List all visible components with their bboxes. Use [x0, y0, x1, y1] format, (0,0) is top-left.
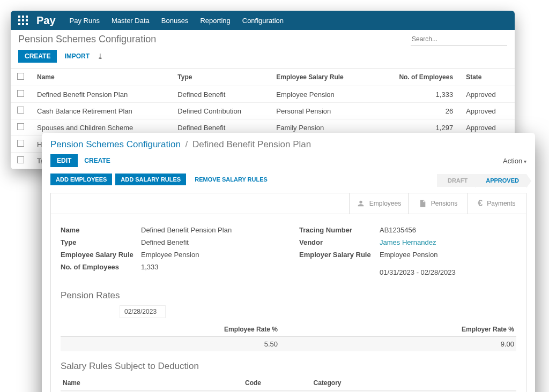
status-approved: APPROVED: [475, 174, 526, 187]
row-checkbox[interactable]: [17, 90, 24, 97]
vendor-link[interactable]: James Hernandez: [380, 238, 436, 246]
period-text: 01/31/2023 - 02/28/2023: [380, 268, 456, 276]
remove-salary-rules-button[interactable]: REMOVE SALARY RULES: [189, 174, 273, 185]
employer-rate-value: 9.00: [299, 340, 514, 348]
status-draft: DRAFT: [437, 174, 475, 187]
import-button[interactable]: IMPORT: [64, 52, 90, 60]
table-row[interactable]: Basic 1000 Basic: [61, 390, 516, 393]
row-checkbox[interactable]: [17, 123, 24, 130]
employee-rate-value: 5.50: [63, 340, 299, 348]
create-button[interactable]: CREATE: [18, 50, 57, 63]
topbar: Pay Pay Runs Master Data Bonuses Reporti…: [11, 11, 515, 30]
employee-rate-header: Employee Rate %: [63, 326, 299, 333]
action-dropdown[interactable]: Action: [503, 157, 526, 165]
nav-reporting[interactable]: Reporting: [200, 17, 230, 25]
nav-master-data[interactable]: Master Data: [112, 17, 150, 25]
tab-payments[interactable]: € Payments: [467, 193, 526, 214]
rules-table: Name Code Category Basic 1000 Basic Basi…: [61, 376, 516, 392]
row-checkbox[interactable]: [17, 156, 24, 163]
select-all-checkbox[interactable]: [17, 73, 24, 80]
pension-rates-title: Pension Rates: [61, 290, 120, 301]
table-row[interactable]: Cash Balance Retirement Plan Defined Con…: [11, 103, 515, 119]
apps-icon[interactable]: [18, 16, 28, 25]
nav-bonuses[interactable]: Bonuses: [161, 17, 189, 25]
tab-pensions[interactable]: Pensions: [408, 193, 467, 214]
col-type[interactable]: Type: [171, 69, 270, 86]
row-checkbox[interactable]: [17, 107, 24, 114]
search-input[interactable]: [411, 33, 507, 46]
col-name[interactable]: Name: [31, 69, 171, 86]
page-title: Pension Schemes Configuration: [18, 34, 156, 45]
detail-window: Pension Schemes Configuration / Defined …: [42, 133, 535, 392]
rates-date[interactable]: 02/28/2023: [120, 305, 166, 318]
employer-rate-header: Employer Rate %: [299, 326, 514, 333]
person-icon: [357, 199, 365, 208]
edit-button[interactable]: EDIT: [50, 154, 78, 167]
salary-rules-title: Salary Rules Subject to Deduction: [61, 361, 516, 372]
row-checkbox[interactable]: [17, 140, 24, 147]
breadcrumb-root[interactable]: Pension Schemes Configuration: [50, 139, 181, 149]
table-row[interactable]: Defined Benefit Pension Plan Defined Ben…: [11, 86, 515, 103]
form-sheet: Employees Pensions € Payments NameDefine…: [50, 193, 526, 392]
col-emp[interactable]: No. of Employees: [373, 69, 459, 86]
download-icon[interactable]: ⤓: [97, 52, 103, 61]
euro-icon: €: [478, 199, 483, 208]
col-state[interactable]: State: [459, 69, 515, 86]
status-strip: DRAFT APPROVED: [437, 174, 526, 187]
breadcrumb-current: Defined Benefit Pension Plan: [192, 139, 311, 149]
add-salary-rules-button[interactable]: ADD SALARY RULES: [115, 174, 186, 185]
create-button-detail[interactable]: CREATE: [84, 157, 110, 164]
app-title: Pay: [36, 14, 56, 27]
col-rule[interactable]: Employee Salary Rule: [270, 69, 373, 86]
nav-configuration[interactable]: Configuration: [242, 17, 284, 25]
add-employees-button[interactable]: ADD EMPLOYEES: [50, 174, 112, 185]
breadcrumb: Pension Schemes Configuration / Defined …: [42, 133, 535, 150]
document-icon: [418, 199, 427, 208]
tab-employees[interactable]: Employees: [349, 193, 408, 214]
nav-pay-runs[interactable]: Pay Runs: [70, 17, 100, 25]
